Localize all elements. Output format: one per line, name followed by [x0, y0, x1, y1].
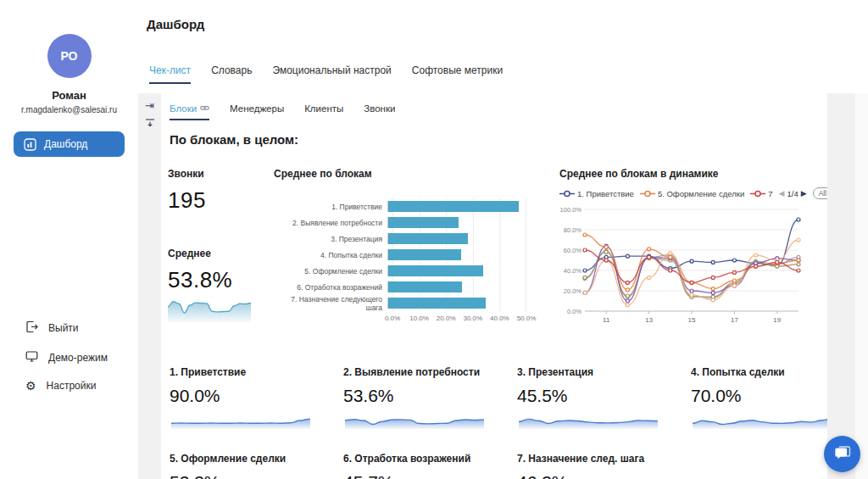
- sidebar-item-label: Дашборд: [44, 138, 87, 150]
- legend-label: 1. Приветствие: [577, 189, 634, 198]
- sidebar-footer: Выйти Демо-режим ⚙ Настройки: [25, 320, 108, 392]
- user-name: Роман: [0, 89, 138, 102]
- metric-card-sparkline: [170, 410, 312, 429]
- bar[interactable]: [388, 233, 468, 244]
- bar-row: 3. Презентация: [274, 231, 554, 247]
- svg-text:13: 13: [645, 316, 653, 324]
- bar-row: 1. Приветствие: [274, 198, 554, 214]
- bar-row: 4. Попытка сделки: [274, 247, 554, 263]
- tab-blocks[interactable]: Блоки: [170, 103, 209, 120]
- bar-row: 5. Оформление сделки: [274, 263, 554, 279]
- calls-stat: Звонки 195: [168, 168, 206, 214]
- main-header: Дашборд Чек-лист Словарь Эмоциональный н…: [138, 0, 868, 93]
- bar-track: [387, 249, 521, 260]
- metric-card-title: 5. Оформление сделки: [170, 453, 312, 465]
- monitor-icon: [25, 350, 38, 365]
- line-chart-block: Среднее по блокам в динамике 1. Приветст…: [559, 168, 824, 335]
- filter-icon[interactable]: [145, 118, 155, 130]
- svg-text:19: 19: [773, 316, 781, 324]
- legend-item[interactable]: 5. Оформление сделки: [640, 189, 744, 198]
- legend-item[interactable]: 7: [750, 189, 772, 198]
- bar-category-label: 4. Попытка сделки: [274, 251, 387, 259]
- legend-marker-icon: [750, 190, 765, 198]
- bar[interactable]: [388, 265, 483, 276]
- bar-chart-block: Среднее по блокам 1. Приветствие2. Выявл…: [274, 168, 554, 325]
- metric-card-value: 45.7%: [343, 472, 486, 479]
- calls-label: Звонки: [168, 168, 206, 180]
- panel-rail: ⇥: [138, 93, 161, 479]
- bar-chart-title: Среднее по блокам: [274, 168, 554, 180]
- sidebar-item-logout[interactable]: Выйти: [25, 320, 108, 336]
- bar-category-label: 2. Выявление потребности: [274, 219, 387, 227]
- metric-card: 5. Оформление сделки52.3%: [170, 453, 312, 479]
- svg-text:40.0%: 40.0%: [564, 267, 582, 275]
- legend-label: 5. Оформление сделки: [658, 189, 744, 198]
- metric-card-title: 6. Отработка возражений: [343, 453, 486, 465]
- line-series[interactable]: [583, 238, 800, 307]
- sidebar: РО Роман r.magdalenko@salesai.ru Дашборд…: [0, 0, 138, 479]
- dashboard-icon: [24, 138, 36, 151]
- tab-soft-metrics[interactable]: Софтовые метрики: [412, 64, 503, 84]
- average-sparkline: [166, 287, 253, 322]
- bar-track: [387, 233, 521, 244]
- sidebar-item-demo-mode[interactable]: Демо-режим: [25, 350, 108, 365]
- metric-card-sparkline: [517, 410, 659, 429]
- bar-category-label: 6. Отработка возражений: [274, 283, 387, 292]
- metric-card-title: 2. Выявление потребности: [343, 366, 486, 378]
- svg-text:17: 17: [731, 316, 738, 324]
- tab-checklist[interactable]: Чек-лист: [149, 64, 191, 84]
- user-email: r.magdalenko@salesai.ru: [0, 105, 138, 114]
- bar-track: [387, 265, 521, 276]
- sidebar-item-settings[interactable]: ⚙ Настройки: [25, 380, 108, 392]
- bar-category-label: 3. Презентация: [274, 235, 387, 243]
- svg-text:20.0%: 20.0%: [564, 287, 582, 295]
- sidebar-item-dashboard[interactable]: Дашборд: [14, 131, 125, 157]
- bar-track: [387, 201, 521, 212]
- chat-widget-button[interactable]: [824, 436, 860, 472]
- metric-card-value: 45.5%: [517, 386, 659, 406]
- bar-x-tick: 20.0%: [437, 315, 456, 322]
- bar[interactable]: [388, 201, 519, 212]
- tab-blocks-label: Блоки: [170, 103, 197, 114]
- bar-category-label: 5. Оформление сделки: [274, 267, 387, 276]
- calls-value: 195: [168, 187, 206, 214]
- tab-calls[interactable]: Звонки: [364, 103, 395, 120]
- metric-card-sparkline: [691, 410, 827, 429]
- tab-managers[interactable]: Менеджеры: [230, 103, 284, 120]
- line-chart-legend: 1. Приветствие5. Оформление сделки7◀1/4▶…: [559, 187, 824, 199]
- avatar[interactable]: РО: [47, 34, 92, 78]
- svg-text:0.0%: 0.0%: [567, 308, 581, 315]
- metric-card-value: 90.0%: [170, 386, 312, 406]
- svg-text:11: 11: [603, 316, 610, 324]
- metric-card-value: 70.0%: [691, 386, 827, 406]
- bar[interactable]: [388, 298, 486, 309]
- bar-chart: 1. Приветствие2. Выявление потребности3.…: [274, 198, 554, 311]
- logout-icon: [25, 320, 38, 336]
- bar-row: 2. Выявление потребности: [274, 214, 554, 231]
- link-icon[interactable]: [200, 103, 209, 114]
- pager-page: 1/4: [787, 189, 798, 198]
- legend-item[interactable]: 1. Приветствие: [559, 189, 634, 198]
- tab-emotional[interactable]: Эмоциональный настрой: [272, 64, 391, 84]
- bar-category-label: 7. Назначение следующего шага: [274, 295, 387, 312]
- top-tabs: Чек-лист Словарь Эмоциональный настрой С…: [149, 64, 503, 84]
- tab-dictionary[interactable]: Словарь: [211, 64, 252, 84]
- collapse-panel-icon[interactable]: ⇥: [145, 100, 154, 111]
- demo-mode-label: Демо-режим: [48, 352, 108, 364]
- pager-prev-icon[interactable]: ◀: [779, 189, 785, 198]
- logout-label: Выйти: [48, 322, 79, 334]
- bar[interactable]: [388, 217, 459, 228]
- legend-all-button[interactable]: All: [813, 187, 827, 199]
- pager-next-icon[interactable]: ▶: [801, 189, 807, 198]
- metric-card: 4. Попытка сделки70.0%: [691, 366, 827, 432]
- gear-icon: ⚙: [25, 380, 36, 392]
- bar[interactable]: [388, 249, 461, 260]
- metric-card: 1. Приветствие90.0%: [170, 366, 312, 432]
- svg-text:15: 15: [688, 316, 696, 324]
- bar[interactable]: [388, 281, 462, 292]
- tab-clients[interactable]: Клиенты: [304, 103, 343, 120]
- svg-text:100.0%: 100.0%: [560, 206, 582, 214]
- bar-row: 6. Отработка возражений: [274, 279, 554, 295]
- metric-card-value: 53.6%: [343, 386, 486, 406]
- metric-card: 6. Отработка возражений45.7%: [343, 453, 486, 479]
